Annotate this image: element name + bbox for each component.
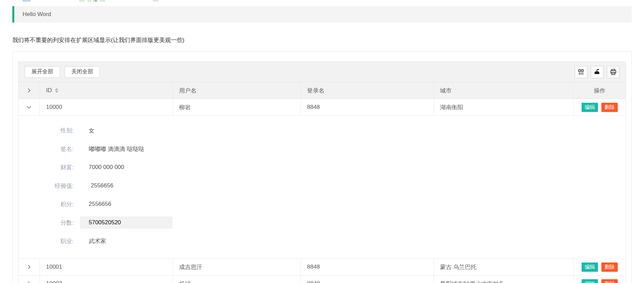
score-input[interactable] [80, 216, 173, 229]
detail-label: 经验值: [51, 182, 74, 190]
page-description: 我们将不重要的列安排在扩展区域显示(让我们界面排版更美观一些) [12, 37, 632, 44]
chevron-right-icon [26, 264, 32, 270]
detail-item-score: 分数: [51, 213, 626, 232]
chevron-down-icon [26, 104, 32, 110]
print-button[interactable] [607, 66, 619, 78]
detail-value: 7000 000 000 [89, 164, 124, 171]
chevron-right-icon [26, 281, 32, 283]
sort-asc-icon[interactable] [55, 88, 58, 90]
cell-username: 成吉思汗 [173, 259, 301, 275]
table-row: 10002 杨过 8848 襄阳城东30里小古屯村头 编辑 删除 [18, 275, 626, 283]
detail-item-signature: 签名: 嘟嘟嘟 滴滴滴 哒哒哒 [51, 140, 626, 158]
sort-desc-icon[interactable] [55, 91, 58, 93]
detail-value: 武术家 [89, 237, 106, 245]
edit-button[interactable]: 编辑 [582, 263, 598, 272]
row-collapse-toggle[interactable] [18, 99, 40, 115]
detail-label: 财富: [51, 164, 74, 171]
table-card: 展开全部 关闭全部 [12, 51, 632, 283]
detail-value: 2556656 [91, 182, 113, 189]
detail-value: 嘟嘟嘟 滴滴滴 哒哒哒 [89, 145, 144, 153]
table-row: 10001 成吉思汗 8848 蒙古 乌兰巴托 编辑 删除 [18, 259, 626, 275]
clipped-chip [95, 0, 97, 2]
cell-city: 湖南衡阳 [434, 99, 574, 115]
header-operations: 操作 [574, 82, 626, 99]
sort-icon[interactable] [55, 88, 58, 93]
clipped-content-strip [0, 0, 644, 2]
clipped-chip [153, 0, 158, 2]
header-id-label: ID [46, 87, 52, 94]
filter-columns-icon [578, 69, 584, 75]
clipped-chip [100, 0, 105, 2]
cell-id: 10001 [40, 259, 173, 275]
table-row: 10000 柳岩 8848 湖南衡阳 编辑 删除 [18, 99, 626, 116]
header-username: 用户名 [173, 82, 301, 99]
detail-label: 性别: [51, 127, 74, 135]
cell-username: 柳岩 [173, 99, 301, 115]
cell-operations: 编辑 删除 [574, 259, 626, 275]
export-icon [594, 69, 601, 75]
header-id[interactable]: ID [40, 82, 173, 99]
table-header-row: ID 用户名 登录名 城市 操作 [18, 82, 626, 99]
clipped-chip [87, 0, 91, 2]
expanded-row-panel: 性别: 女 签名: 嘟嘟嘟 滴滴滴 哒哒哒 财富: 7000 000 000 经… [18, 116, 626, 259]
quote-text: Hello Word [23, 11, 51, 18]
cell-login: 8848 [301, 275, 434, 283]
detail-value: 2556656 [89, 201, 111, 208]
cell-city: 蒙古 乌兰巴托 [434, 259, 574, 275]
page-container: Hello Word 我们将不重要的列安排在扩展区域显示(让我们界面排版更美观一… [0, 6, 644, 283]
table-widget: 展开全部 关闭全部 [18, 61, 626, 283]
print-icon [610, 69, 617, 75]
export-button[interactable] [591, 66, 603, 78]
collapse-all-button[interactable]: 关闭全部 [64, 66, 100, 78]
clipped-chip [79, 0, 85, 2]
filter-columns-button[interactable] [575, 66, 587, 78]
row-expand-toggle[interactable] [18, 275, 40, 283]
clipped-chip [23, 0, 31, 2]
delete-button[interactable]: 删除 [601, 103, 618, 112]
detail-item-points: 积分: 2556656 [51, 195, 626, 213]
edit-button[interactable]: 编辑 [582, 279, 598, 283]
cell-operations: 编辑 删除 [574, 275, 626, 283]
detail-label: 职业: [51, 237, 74, 245]
quote-block: Hello Word [12, 6, 632, 23]
toolbar-icon-group [571, 66, 619, 78]
cell-id: 10002 [40, 275, 173, 283]
chevron-right-icon [26, 88, 32, 93]
cell-city: 襄阳城东30里小古屯村头 [434, 275, 574, 283]
header-expand-cell[interactable] [18, 82, 40, 99]
detail-label: 积分: [51, 200, 74, 208]
detail-item-experience: 经验值: 2556656 [51, 176, 626, 195]
detail-item-wealth: 财富: 7000 000 000 [51, 158, 626, 176]
cell-login: 8848 [301, 259, 434, 275]
delete-button[interactable]: 删除 [601, 263, 618, 272]
detail-label: 签名: [51, 145, 74, 153]
cell-id: 10000 [40, 99, 173, 115]
detail-value: 女 [89, 127, 94, 135]
expand-all-button[interactable]: 展开全部 [25, 66, 60, 78]
cell-username: 杨过 [173, 275, 301, 283]
edit-button[interactable]: 编辑 [582, 103, 598, 112]
cell-operations: 编辑 删除 [574, 99, 626, 115]
delete-button[interactable]: 删除 [601, 279, 618, 283]
row-expand-toggle[interactable] [18, 259, 40, 275]
detail-item-sex: 性别: 女 [51, 121, 626, 140]
header-login: 登录名 [301, 82, 434, 99]
header-city: 城市 [434, 82, 574, 99]
table-toolbar: 展开全部 关闭全部 [18, 62, 626, 82]
detail-label: 分数: [51, 219, 74, 227]
detail-item-occupation: 职业: 武术家 [51, 232, 626, 250]
cell-login: 8848 [301, 99, 434, 115]
